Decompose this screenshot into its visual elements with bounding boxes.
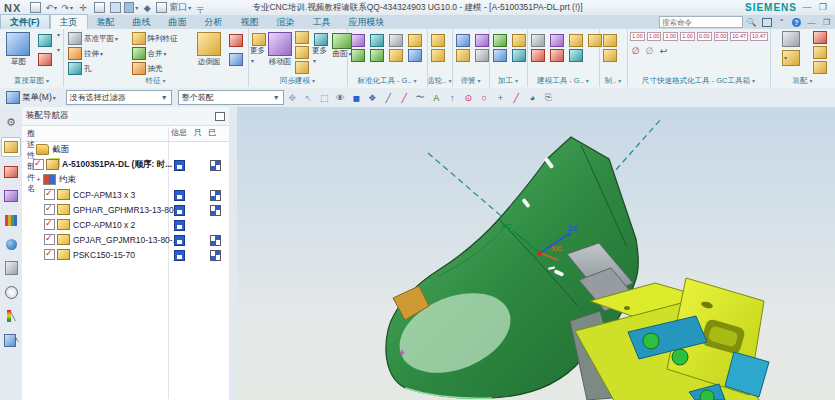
resource-bar-settings-gear-icon[interactable]: ⚙ [2, 113, 20, 131]
green-knob-3[interactable] [700, 390, 714, 400]
tab-application[interactable]: 应用模块 [340, 15, 394, 29]
system-materials-icon[interactable]: ╲ [2, 307, 20, 325]
part-navigator-icon[interactable] [2, 187, 20, 205]
dim-format-chip-5[interactable]: 0.00 [697, 32, 712, 41]
expander-icon[interactable]: - [24, 160, 33, 169]
gc-std-tool-icon-8[interactable] [408, 49, 422, 62]
diameter-symbol-icon[interactable]: ∅ [632, 46, 640, 56]
pull-face-icon[interactable] [295, 31, 309, 44]
offset-region-icon[interactable] [295, 46, 309, 59]
tab-analysis[interactable]: 分析 [196, 15, 232, 29]
arc-center-icon[interactable]: ↑ [445, 91, 460, 105]
gear-tool-icon-1[interactable] [431, 34, 445, 47]
minimize-document-icon[interactable]: — [805, 17, 818, 28]
tab-file[interactable]: 文件(F) [0, 14, 50, 29]
intersection-point-icon[interactable]: A [429, 91, 444, 105]
redo-icon[interactable]: ↷ [60, 2, 74, 14]
highlight-whole-assembly-icon[interactable]: ✥ [285, 91, 300, 105]
tab-view[interactable]: 视图 [232, 15, 268, 29]
diameter-slash-icon[interactable]: ∅ [646, 46, 654, 56]
copy-icon[interactable] [92, 2, 106, 14]
tab-surface[interactable]: 曲面 [160, 15, 196, 29]
assembly-constraints-icon[interactable] [813, 31, 827, 44]
selection-scope-combo[interactable]: 整个装配▼ [178, 90, 284, 105]
quadrant-point-icon[interactable]: ⊙ [461, 91, 476, 105]
machining-tool-icon-4[interactable] [512, 49, 526, 62]
spring-tool-icon-2[interactable] [456, 49, 470, 62]
modeling-tool-icon-2[interactable] [531, 49, 545, 62]
studio-spline-icon[interactable] [38, 34, 52, 47]
pattern-component-icon[interactable] [813, 61, 827, 74]
gc-std-tool-icon-2[interactable] [351, 49, 365, 62]
navigator-column-header[interactable]: 描述性部件名 ▲ 信息 只 已 [22, 126, 229, 142]
extrude-button[interactable]: 拉伸 [66, 46, 128, 61]
screenshot-icon[interactable] [124, 2, 138, 14]
chamfer-icon[interactable] [229, 34, 243, 47]
machining-tool-icon-2[interactable] [493, 49, 507, 62]
move-face-button[interactable]: 移动面 [268, 31, 292, 67]
more-button-a[interactable]: 更多 [250, 31, 268, 65]
gc-std-tool-icon-5[interactable] [389, 34, 403, 47]
roles-icon[interactable]: ↖ [2, 331, 20, 349]
constraint-navigator-icon[interactable] [2, 163, 20, 181]
add-component-icon[interactable] [782, 50, 800, 66]
paste-icon[interactable] [108, 2, 122, 14]
tree-row-root-assembly[interactable]: - A-5100351PA-DL (顺序: 时... [22, 157, 229, 172]
help-icon[interactable]: ? [790, 17, 803, 28]
tree-row-component[interactable]: PSKC150-15-70 [22, 247, 229, 262]
sketch-more-dropdown[interactable] [56, 31, 60, 38]
dim-arrow-icon[interactable]: ↩ [660, 46, 668, 56]
hole-button[interactable]: 孔 [66, 61, 128, 76]
customize-quick-access-icon[interactable]: ╤ [193, 2, 207, 14]
draft-icon[interactable] [229, 53, 243, 66]
bounded-plane-icon[interactable]: ◕ [525, 91, 540, 105]
group-label-standardization[interactable]: 标准化工具 - G.. [347, 75, 427, 87]
group-label-machining[interactable]: 加工 [489, 75, 527, 87]
tree-row-component[interactable]: GPJAR_GPJMR10-13-80-... [22, 232, 229, 247]
dim-format-chip-1[interactable]: 1.00 [630, 32, 645, 41]
expander-icon[interactable]: + [34, 175, 43, 184]
existing-point-icon[interactable]: ○ [477, 91, 492, 105]
history-icon[interactable] [2, 283, 20, 301]
restore-window-button[interactable]: ❐ [817, 2, 829, 12]
selection-filter-combo[interactable]: 没有选择过滤器▼ [66, 90, 172, 105]
menu-button[interactable]: 菜单(M) [0, 90, 60, 105]
restore-document-icon[interactable]: ❐ [820, 17, 833, 28]
group-label-gear[interactable]: 齿轮.. [427, 75, 452, 87]
gc-std-tool-icon-6[interactable] [389, 49, 403, 62]
spring-tool-icon-4[interactable] [475, 49, 489, 62]
show-shaded-icon[interactable]: 👁 [333, 91, 348, 105]
edge-blend-button[interactable]: 边倒圆 [192, 31, 226, 67]
more-button-b[interactable]: 更多 [312, 31, 330, 65]
gc-std-tool-icon-3[interactable] [370, 34, 384, 47]
drafting-tool-icon-1[interactable] [603, 34, 617, 47]
replace-face-icon[interactable] [295, 61, 309, 74]
green-knob-2[interactable] [672, 349, 688, 365]
move-component-icon[interactable] [813, 46, 827, 59]
dim-format-chip-6[interactable]: 0.00 [714, 32, 729, 41]
tab-curve[interactable]: 曲线 [124, 15, 160, 29]
clipboard-icon[interactable]: ⎘ [541, 91, 556, 105]
dim-format-chip-7[interactable]: 10.47 [730, 32, 748, 41]
gc-std-tool-icon-4[interactable] [370, 49, 384, 62]
mid-point-icon[interactable]: ╱ [397, 91, 412, 105]
sketch-button[interactable]: 草图 [2, 31, 35, 67]
group-label-feature[interactable]: 特征 [63, 75, 248, 87]
column-modified[interactable]: 已 [208, 127, 216, 138]
tab-tools[interactable]: 工具 [304, 15, 340, 29]
dim-format-chip-4[interactable]: 1.00 [680, 32, 695, 41]
tab-assemblies[interactable]: 装配 [88, 15, 124, 29]
group-label-drafting[interactable]: 制.. [599, 75, 627, 87]
web-browser-icon[interactable] [2, 259, 20, 277]
component-checkbox[interactable] [44, 204, 55, 215]
rectangle-icon[interactable] [38, 53, 52, 66]
window-menu[interactable]: 窗口 [156, 2, 191, 14]
component-checkbox[interactable] [44, 219, 55, 230]
group-label-dim-format[interactable]: 尺寸快速格式化工具 - GC工具箱 [627, 75, 770, 87]
column-readonly[interactable]: 只 [194, 127, 202, 138]
datum-plane-button[interactable]: 基准平面 [66, 31, 128, 46]
modeling-tool-icon-6[interactable] [569, 49, 583, 62]
save-icon[interactable] [28, 2, 42, 14]
find-component-icon[interactable] [782, 31, 800, 47]
gc-std-tool-icon-1[interactable] [351, 34, 365, 47]
